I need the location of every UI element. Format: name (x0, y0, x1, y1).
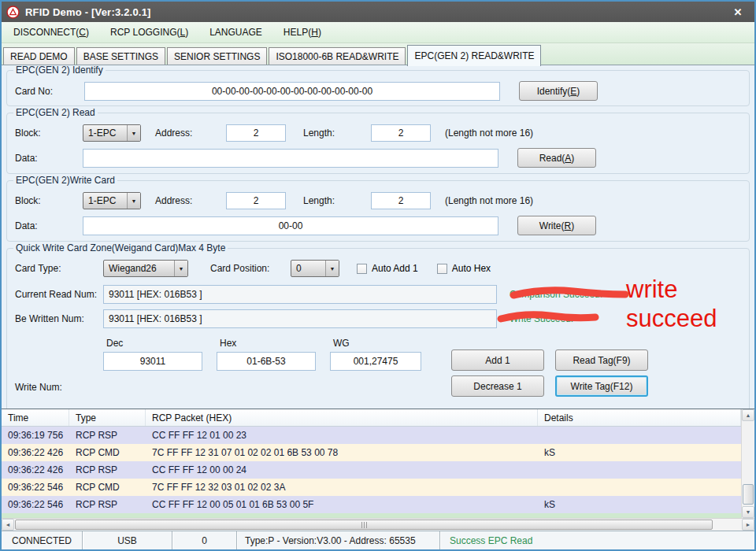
write-params-row: Block: 1-EPC▼ Address: Length: (Length n… (15, 192, 741, 209)
horizontal-scroll-thumb[interactable] (15, 520, 713, 530)
quick-write-group-title: Quick Write Card Zone(Weigand Card)Max 4… (13, 242, 228, 253)
hex-header: Hex (217, 338, 316, 352)
write-length-input[interactable] (371, 192, 431, 209)
rcp-log-table: Time Type RCP Packet (HEX) Details 09:36… (2, 409, 754, 518)
current-read-label: Current Read Num: (15, 289, 103, 300)
app-window: RFID Demo - [Ver:3.2.0.1] ✕ DISCONNECT(C… (0, 0, 756, 551)
scroll-down-icon[interactable]: ▼ (742, 506, 754, 518)
dec-input[interactable] (103, 352, 202, 371)
address-label: Address: (155, 128, 226, 139)
col-packet[interactable]: RCP Packet (HEX) (146, 409, 538, 426)
status-bar: CONNECTED USB 0 Type:P - Version:V3.00 -… (2, 531, 754, 549)
log-row[interactable]: 09:36:19 756 RCP RSP CC FF FF 12 01 00 2… (2, 427, 741, 444)
chevron-down-icon: ▼ (127, 125, 140, 141)
wg-header: WG (330, 338, 421, 352)
window-title: RFID Demo - [Ver:3.2.0.1] (25, 6, 151, 18)
write-tag-button[interactable]: Write Tag(F12) (555, 375, 648, 397)
write-block-select[interactable]: 1-EPC▼ (83, 192, 141, 209)
tab-read-demo[interactable]: READ DEMO (3, 47, 75, 65)
data-label: Data: (15, 220, 83, 231)
col-type[interactable]: Type (69, 409, 146, 426)
card-position-label: Card Position: (210, 263, 291, 274)
card-type-row: Card Type: Wiegand26▼ Card Position: 0▼ … (15, 260, 741, 277)
epc-gen2-panel: EPC(GEN 2) Identify Card No: Identify(E)… (2, 65, 754, 409)
card-no-row: Card No: Identify(E) (15, 81, 741, 101)
log-row[interactable]: 09:36:22 546 RCP CMD 7C FF FF 12 32 03 0… (2, 479, 741, 496)
log-row[interactable]: 09:36:22 546 RCP RSP CC FF FF 12 00 05 0… (2, 496, 741, 513)
card-no-input[interactable] (84, 82, 500, 101)
scroll-left-icon[interactable]: ◄ (2, 519, 14, 531)
read-group: EPC(GEN 2) Read Block: 1-EPC▼ Address: L… (6, 113, 750, 174)
col-details[interactable]: Details (538, 409, 741, 426)
auto-add-1-label: Auto Add 1 (372, 263, 418, 274)
log-vertical-scrollbar[interactable]: ▲ ▼ (741, 409, 754, 518)
card-type-label: Card Type: (15, 263, 103, 274)
log-row[interactable]: 09:36:22 426 RCP CMD 7C FF FF 12 31 07 0… (2, 444, 741, 461)
read-tag-button[interactable]: Read Tag(F9) (555, 349, 648, 371)
current-read-row: Current Read Num: Comparison Succeed! (15, 285, 741, 304)
chevron-down-icon: ▼ (325, 261, 339, 276)
length-label: Length: (303, 128, 371, 139)
log-horizontal-scrollbar[interactable]: ◄ ► (2, 518, 754, 531)
add-1-button[interactable]: Add 1 (451, 349, 544, 371)
block-label: Block: (15, 195, 83, 206)
read-button[interactable]: Read(A) (517, 148, 596, 168)
tab-base-settings[interactable]: BASE SETTINGS (76, 47, 165, 65)
read-block-select[interactable]: 1-EPC▼ (83, 124, 141, 142)
wg-input[interactable] (330, 352, 421, 371)
tab-senior-settings[interactable]: SENIOR SETTINGS (167, 47, 267, 65)
log-row[interactable]: 09:36:22 426 RCP RSP CC FF FF 12 00 00 2… (2, 461, 741, 479)
write-num-area: Write Num: Dec Hex WG Add 1 Read Tag(F9)… (15, 338, 741, 397)
read-data-input[interactable] (83, 149, 498, 168)
auto-hex-label: Auto Hex (452, 263, 491, 274)
scroll-grip-icon (364, 522, 365, 528)
length-hint: (Length not more 16) (445, 195, 533, 206)
menu-item-rcp-logging[interactable]: RCP LOGGING(L) (110, 27, 188, 38)
dec-header: Dec (103, 338, 202, 352)
vertical-scroll-thumb[interactable] (743, 484, 754, 505)
write-group: EPC(GEN 2)Write Card Block: 1-EPC▼ Addre… (6, 180, 750, 242)
identify-group: EPC(GEN 2) Identify Card No: Identify(E) (6, 70, 750, 106)
auto-add-1-checkbox[interactable] (357, 264, 367, 274)
scroll-up-icon[interactable]: ▲ (742, 409, 754, 421)
card-type-select[interactable]: Wiegand26▼ (103, 260, 188, 277)
dec-column: Dec (103, 338, 202, 397)
hex-input[interactable] (217, 352, 316, 371)
write-button[interactable]: Write(R) (517, 216, 596, 235)
interface-status: USB (83, 531, 172, 549)
identify-button[interactable]: Identify(E) (519, 81, 598, 101)
auto-hex-checkbox[interactable] (437, 264, 447, 274)
current-read-value (103, 285, 497, 304)
close-icon[interactable]: ✕ (726, 2, 750, 22)
tab-strip: READ DEMO BASE SETTINGS SENIOR SETTINGS … (2, 43, 754, 65)
quick-write-group: Quick Write Card Zone(Weigand Card)Max 4… (6, 248, 750, 413)
menu-item-help[interactable]: HELP(H) (284, 27, 321, 38)
read-data-row: Data: Read(A) (15, 148, 741, 168)
chevron-down-icon: ▼ (174, 261, 187, 276)
tab-iso18000-6b[interactable]: ISO18000-6B READ&WRITE (269, 47, 406, 65)
read-group-title: EPC(GEN 2) Read (13, 107, 98, 118)
address-label: Address: (155, 195, 226, 206)
col-time[interactable]: Time (2, 409, 69, 426)
tab-epc-gen2[interactable]: EPC(GEN 2) READ&WRITE (407, 45, 541, 66)
be-written-label: Be Written Num: (15, 313, 103, 324)
card-position-select[interactable]: 0▼ (291, 260, 339, 277)
title-bar: RFID Demo - [Ver:3.2.0.1] ✕ (2, 2, 754, 22)
wg-column: WG (330, 338, 421, 397)
menu-bar: DISCONNECT(C) RCP LOGGING(L) LANGUAGE HE… (2, 22, 754, 43)
comparison-status: Comparison Succeed! (510, 289, 602, 300)
scroll-right-icon[interactable]: ► (742, 519, 754, 531)
length-label: Length: (303, 195, 371, 206)
menu-item-disconnect[interactable]: DISCONNECT(C) (13, 27, 89, 38)
read-length-input[interactable] (371, 124, 431, 142)
menu-item-language[interactable]: LANGUAGE (209, 27, 262, 38)
chevron-down-icon: ▼ (127, 193, 140, 209)
write-group-title: EPC(GEN 2)Write Card (13, 175, 117, 186)
count-status: 0 (172, 531, 237, 549)
length-hint: (Length not more 16) (445, 128, 533, 139)
be-written-row: Be Written Num: Write Succeed! (15, 309, 741, 328)
decrease-1-button[interactable]: Decrease 1 (451, 375, 544, 397)
write-data-input[interactable] (83, 216, 498, 235)
read-address-input[interactable] (226, 124, 286, 142)
write-address-input[interactable] (226, 192, 286, 209)
